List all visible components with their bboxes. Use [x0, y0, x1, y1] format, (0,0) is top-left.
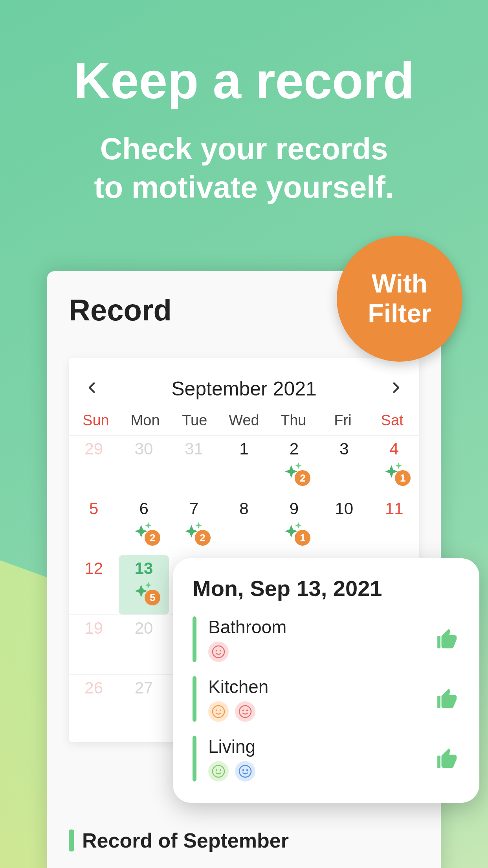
- monthly-summary-heading: Record of September: [69, 829, 289, 852]
- task-avatars: [208, 761, 435, 782]
- sparkle-icon: 2: [183, 520, 205, 540]
- prev-month-button[interactable]: [81, 380, 104, 398]
- filter-badge[interactable]: WithFilter: [337, 236, 462, 362]
- svg-point-5: [220, 710, 221, 711]
- svg-point-12: [239, 765, 251, 777]
- sparkle-icon: 2: [283, 461, 305, 480]
- calendar-month-label: September 2021: [171, 377, 317, 400]
- svg-point-0: [213, 646, 224, 658]
- sparkle-icon: 1: [283, 520, 305, 540]
- svg-point-1: [216, 650, 217, 651]
- activity-count-badge: 1: [395, 470, 411, 486]
- svg-point-4: [216, 710, 217, 711]
- calendar-dow: Fri: [318, 412, 368, 429]
- calendar-day-cell[interactable]: 11: [369, 495, 419, 555]
- chevron-right-icon: [389, 381, 402, 394]
- svg-point-6: [239, 706, 251, 717]
- svg-point-11: [220, 769, 221, 771]
- calendar-day-number: 6: [119, 499, 169, 518]
- sparkle-icon: 2: [133, 520, 155, 540]
- popup-date: Mon, Sep 13, 2021: [193, 576, 460, 609]
- next-month-button[interactable]: [384, 380, 407, 398]
- chevron-left-icon: [86, 381, 99, 394]
- calendar-day-cell[interactable]: 30: [119, 436, 169, 495]
- task-avatars: [208, 701, 435, 722]
- calendar-day-cell[interactable]: 135: [119, 555, 169, 615]
- calendar-day-cell[interactable]: 31: [169, 436, 219, 495]
- calendar-day-cell[interactable]: 91: [269, 495, 319, 555]
- calendar-day-number: 5: [69, 499, 119, 518]
- calendar-day-cell[interactable]: 12: [69, 555, 119, 615]
- task-row[interactable]: Kitchen: [193, 669, 460, 729]
- calendar-day-number: 9: [269, 499, 319, 518]
- calendar-day-number: 30: [119, 440, 169, 458]
- calendar-day-number: 19: [69, 619, 119, 638]
- calendar-day-cell[interactable]: 26: [69, 675, 119, 734]
- calendar-dow: Thu: [269, 412, 318, 429]
- activity-count-badge: 5: [145, 590, 160, 605]
- avatar: [235, 701, 255, 722]
- calendar-day-cell[interactable]: 72: [169, 495, 219, 555]
- calendar-day-number: 26: [69, 679, 119, 697]
- calendar-day-number: 27: [119, 679, 169, 697]
- task-accent-bar: [193, 676, 196, 722]
- avatar: [235, 761, 255, 782]
- task-name: Kitchen: [208, 676, 435, 697]
- calendar-day-cell[interactable]: 20: [119, 615, 169, 675]
- calendar-dow: Sun: [71, 412, 121, 429]
- calendar-day-number: 29: [69, 440, 119, 458]
- thumbs-up-icon[interactable]: [435, 747, 460, 771]
- avatar: [208, 761, 229, 782]
- task-avatars: [208, 642, 435, 662]
- svg-point-9: [213, 765, 224, 777]
- calendar-day-number: 12: [69, 559, 119, 578]
- calendar-day-number: 7: [169, 499, 219, 518]
- calendar-dow: Tue: [170, 412, 219, 429]
- thumbs-up-icon[interactable]: [435, 627, 460, 651]
- avatar: [208, 701, 229, 722]
- calendar-day-cell[interactable]: 3: [319, 436, 369, 495]
- sparkle-icon: 1: [383, 461, 405, 480]
- calendar-day-cell[interactable]: 1: [219, 436, 269, 495]
- svg-point-14: [246, 769, 248, 771]
- calendar-day-cell[interactable]: 5: [69, 495, 119, 555]
- calendar-day-cell[interactable]: 22: [269, 436, 319, 495]
- calendar-day-cell[interactable]: 41: [369, 436, 419, 495]
- thumbs-up-icon[interactable]: [435, 687, 460, 711]
- svg-point-8: [246, 710, 248, 711]
- svg-point-13: [242, 769, 244, 771]
- svg-point-3: [213, 706, 224, 717]
- calendar-day-cell[interactable]: 27: [119, 675, 169, 734]
- task-accent-bar: [193, 736, 196, 782]
- task-name: Living: [208, 736, 435, 757]
- calendar-day-number: 31: [169, 440, 219, 458]
- calendar-day-number: 20: [119, 619, 169, 638]
- task-row[interactable]: Bathroom: [193, 609, 460, 669]
- task-row[interactable]: Living: [193, 729, 460, 789]
- calendar-day-number: 8: [219, 499, 269, 518]
- svg-point-10: [216, 769, 217, 771]
- calendar-dow: Wed: [219, 412, 269, 429]
- calendar-day-number: 13: [119, 559, 169, 578]
- calendar-day-number: 1: [219, 440, 269, 458]
- calendar-day-cell[interactable]: 29: [69, 436, 119, 495]
- avatar: [208, 642, 229, 662]
- activity-count-badge: 1: [295, 530, 310, 546]
- hero-title: Keep a record: [0, 51, 488, 110]
- hero-subtitle: Check your records to motivate yourself.: [0, 130, 488, 206]
- task-name: Bathroom: [208, 616, 435, 638]
- activity-count-badge: 2: [195, 530, 211, 546]
- summary-label: Record of September: [82, 829, 289, 852]
- activity-count-badge: 2: [145, 530, 160, 546]
- accent-bar: [69, 829, 74, 851]
- calendar-day-cell[interactable]: 10: [319, 495, 369, 555]
- activity-count-badge: 2: [295, 470, 310, 486]
- day-detail-popup: Mon, Sep 13, 2021 BathroomKitchenLiving: [173, 558, 479, 803]
- task-accent-bar: [193, 616, 196, 662]
- calendar-day-cell[interactable]: 8: [219, 495, 269, 555]
- svg-point-7: [242, 710, 244, 711]
- calendar-day-cell[interactable]: 62: [119, 495, 169, 555]
- calendar-dow: Mon: [121, 412, 170, 429]
- calendar-day-number: 2: [269, 440, 319, 458]
- calendar-day-cell[interactable]: 19: [69, 615, 119, 675]
